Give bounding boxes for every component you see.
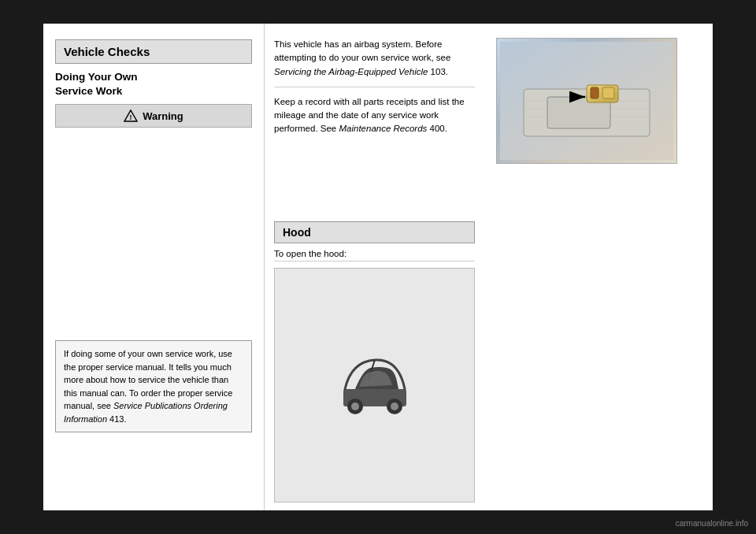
airbag-text-block: This vehicle has an airbag system. Befor… xyxy=(274,38,475,87)
svg-text:!: ! xyxy=(130,113,132,121)
hood-title: Hood xyxy=(283,226,311,239)
hood-subtext: To open the hood: xyxy=(274,247,475,261)
hood-car-icon xyxy=(328,346,422,425)
maintenance-text-block: Keep a record with all parts receipts an… xyxy=(274,95,475,136)
hood-header: Hood xyxy=(274,221,475,243)
hood-image xyxy=(274,268,475,502)
manual-page: Vehicle Checks Doing Your OwnService Wor… xyxy=(43,24,713,510)
svg-rect-6 xyxy=(591,87,598,98)
left-column: Vehicle Checks Doing Your OwnService Wor… xyxy=(43,24,264,334)
svg-rect-7 xyxy=(602,87,614,98)
car-service-image xyxy=(496,38,677,164)
bottom-left-section: If doing some of your own service work, … xyxy=(43,334,264,510)
middle-top-section: This vehicle has an airbag system. Befor… xyxy=(264,24,484,213)
warning-triangle-icon: ! xyxy=(124,109,138,122)
hood-section: Hood To open the hood: xyxy=(264,213,484,510)
svg-point-18 xyxy=(351,402,359,410)
section-title: Vehicle Checks xyxy=(64,45,150,58)
maintenance-ref: 400. xyxy=(427,124,447,133)
warning-box: ! Warning xyxy=(55,104,252,128)
warning-label: Warning xyxy=(143,110,183,122)
service-ref: 413. xyxy=(107,414,126,424)
car-part-illustration xyxy=(500,42,673,160)
airbag-ref: 103. xyxy=(428,67,448,76)
hood-instruction: To open the hood: xyxy=(274,249,346,258)
right-column xyxy=(484,24,689,334)
airbag-link: Servicing the Airbag-Equipped Vehicle xyxy=(274,67,428,76)
airbag-intro: This vehicle has an airbag system. Befor… xyxy=(274,39,450,62)
svg-point-20 xyxy=(391,402,398,410)
watermark-text: carmanualonline.info xyxy=(676,519,748,528)
service-manual-text-box: If doing some of your own service work, … xyxy=(55,340,252,432)
maintenance-link: Maintenance Records xyxy=(339,124,427,133)
watermark: carmanualonline.info xyxy=(676,519,748,528)
subsection-title: Doing Your OwnService Work xyxy=(43,64,264,101)
vehicle-checks-header: Vehicle Checks xyxy=(55,39,252,64)
